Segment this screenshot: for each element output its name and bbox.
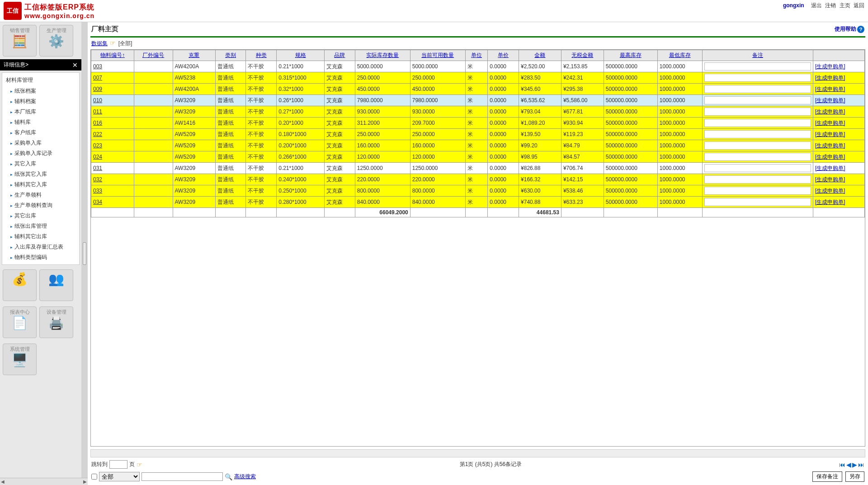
menu-item-13[interactable]: 纸张出库管理 xyxy=(2,221,79,231)
menu-item-12[interactable]: 其它出库 xyxy=(2,211,79,221)
col-header-15[interactable]: 备注 xyxy=(702,50,813,61)
material-code-link[interactable]: 033 xyxy=(93,188,102,194)
material-code-link[interactable]: 010 xyxy=(93,97,102,104)
material-code-link[interactable]: 032 xyxy=(93,176,102,183)
splitter[interactable] xyxy=(81,22,88,485)
col-header-4[interactable]: 种类 xyxy=(246,50,277,61)
menu-item-2[interactable]: 本厂纸库 xyxy=(2,107,79,117)
col-header-14[interactable]: 最低库存 xyxy=(657,50,702,61)
menu-item-14[interactable]: 辅料其它出库 xyxy=(2,231,79,242)
material-code-link[interactable]: 003 xyxy=(93,63,102,70)
col-header-12[interactable]: 无税金额 xyxy=(561,50,604,61)
generate-purchase-link[interactable]: [生成申购单] xyxy=(815,108,845,115)
material-code-link[interactable]: 024 xyxy=(93,154,102,160)
remark-input[interactable] xyxy=(704,108,811,116)
generate-purchase-link[interactable]: [生成申购单] xyxy=(815,199,845,205)
jump-page-input[interactable] xyxy=(109,460,127,469)
link-cancel[interactable]: 注销 xyxy=(825,2,836,9)
menu-item-10[interactable]: 生产单领料 xyxy=(2,190,79,200)
scroll-left-icon[interactable]: ◀ xyxy=(1,479,5,484)
help-link[interactable]: 使用帮助 ? xyxy=(835,25,864,33)
material-code-link[interactable]: 007 xyxy=(93,75,102,81)
col-header-10[interactable]: 单价 xyxy=(488,50,519,61)
sidebar-bottom-module-2[interactable]: 报表中心📄 xyxy=(3,306,37,338)
filter-checkbox[interactable] xyxy=(91,474,97,480)
generate-purchase-link[interactable]: [生成申购单] xyxy=(815,165,845,171)
generate-purchase-link[interactable]: [生成申购单] xyxy=(815,176,845,183)
sidebar-bottom-module-4[interactable]: 系统管理🖥️ xyxy=(3,344,37,375)
remark-input[interactable] xyxy=(704,141,811,150)
filter-select[interactable]: 全部 xyxy=(99,472,140,481)
horizontal-scrollbar[interactable] xyxy=(90,449,865,457)
nav-first-icon[interactable]: ⏮ xyxy=(839,461,845,468)
sidebar-bottom-module-0[interactable]: 💰 xyxy=(3,269,37,301)
menu-item-5[interactable]: 采购单入库 xyxy=(2,138,79,148)
generate-purchase-link[interactable]: [生成申购单] xyxy=(815,188,845,194)
advanced-search-link[interactable]: 高级搜索 xyxy=(234,473,256,480)
remark-input[interactable] xyxy=(704,198,811,206)
col-header-1[interactable]: 厂外编号 xyxy=(134,50,173,61)
splitter-handle-icon[interactable] xyxy=(83,242,86,265)
generate-purchase-link[interactable]: [生成申购单] xyxy=(815,131,845,137)
menu-item-0[interactable]: 纸张档案 xyxy=(2,86,79,96)
menu-item-9[interactable]: 辅料其它入库 xyxy=(2,179,79,190)
material-code-link[interactable]: 009 xyxy=(93,86,102,92)
remark-input[interactable] xyxy=(704,175,811,184)
col-header-11[interactable]: 金额 xyxy=(519,50,561,61)
remark-input[interactable] xyxy=(704,119,811,127)
generate-purchase-link[interactable]: [生成申购单] xyxy=(815,97,845,104)
col-header-5[interactable]: 规格 xyxy=(277,50,325,61)
remark-input[interactable] xyxy=(704,85,811,93)
col-header-3[interactable]: 类别 xyxy=(215,50,246,61)
col-header-6[interactable]: 品牌 xyxy=(325,50,355,61)
nav-next-icon[interactable]: ▶ xyxy=(852,461,857,468)
remark-input[interactable] xyxy=(704,187,811,195)
menu-item-11[interactable]: 生产单领料查询 xyxy=(2,200,79,211)
scroll-right-icon[interactable]: ▶ xyxy=(83,479,87,484)
generate-purchase-link[interactable]: [生成申购单] xyxy=(815,63,845,70)
material-code-link[interactable]: 022 xyxy=(93,131,102,137)
menu-item-7[interactable]: 其它入库 xyxy=(2,159,79,169)
sidebar-bottom-module-1[interactable]: 👥 xyxy=(39,269,73,301)
material-code-link[interactable]: 031 xyxy=(93,165,102,171)
menu-item-16[interactable]: 物料类型编码 xyxy=(2,252,79,263)
sidebar-bottom-module-3[interactable]: 设备管理🖨️ xyxy=(39,306,73,338)
remark-input[interactable] xyxy=(704,164,811,172)
dataset-link[interactable]: 数据集 xyxy=(91,40,108,47)
material-code-link[interactable]: 023 xyxy=(93,142,102,149)
col-header-13[interactable]: 最高库存 xyxy=(604,50,657,61)
remark-input[interactable] xyxy=(704,153,811,161)
generate-purchase-link[interactable]: [生成申购单] xyxy=(815,86,845,92)
remark-input[interactable] xyxy=(704,62,811,71)
close-icon[interactable]: ✕ xyxy=(72,61,78,69)
col-header-2[interactable]: 克重 xyxy=(173,50,215,61)
generate-purchase-link[interactable]: [生成申购单] xyxy=(815,120,845,126)
link-home[interactable]: 主页 xyxy=(840,2,850,9)
material-code-link[interactable]: 011 xyxy=(93,108,102,115)
link-logout[interactable]: 退出 xyxy=(811,2,822,9)
save-remark-button[interactable]: 保存备注 xyxy=(812,471,842,482)
search-input[interactable] xyxy=(142,472,223,481)
remark-input[interactable] xyxy=(704,130,811,138)
col-header-0[interactable]: 物料编号↑ xyxy=(91,50,134,61)
menu-item-4[interactable]: 客户纸库 xyxy=(2,127,79,138)
generate-purchase-link[interactable]: [生成申购单] xyxy=(815,75,845,81)
sidebar-bottom-scrollbar[interactable]: ◀ ▶ xyxy=(0,478,88,485)
search-icon[interactable]: 🔍 xyxy=(225,473,232,480)
col-header-7[interactable]: 实际库存数量 xyxy=(355,50,410,61)
material-code-link[interactable]: 016 xyxy=(93,120,102,126)
hand-go-icon[interactable]: ☞ xyxy=(137,461,142,468)
save-as-button[interactable]: 另存 xyxy=(845,471,864,482)
generate-purchase-link[interactable]: [生成申购单] xyxy=(815,154,845,160)
generate-purchase-link[interactable]: [生成申购单] xyxy=(815,142,845,149)
menu-item-15[interactable]: 入出库及存量汇总表 xyxy=(2,242,79,252)
material-code-link[interactable]: 034 xyxy=(93,199,102,205)
nav-prev-icon[interactable]: ◀ xyxy=(846,461,851,468)
col-header-9[interactable]: 单位 xyxy=(465,50,488,61)
sidebar-module-1[interactable]: 生产管理⚙️ xyxy=(39,25,73,57)
menu-item-3[interactable]: 辅料库 xyxy=(2,117,79,127)
sidebar-module-0[interactable]: 销售管理🧮 xyxy=(3,25,37,57)
menu-item-1[interactable]: 辅料档案 xyxy=(2,96,79,107)
nav-last-icon[interactable]: ⏭ xyxy=(858,461,864,468)
remark-input[interactable] xyxy=(704,96,811,104)
